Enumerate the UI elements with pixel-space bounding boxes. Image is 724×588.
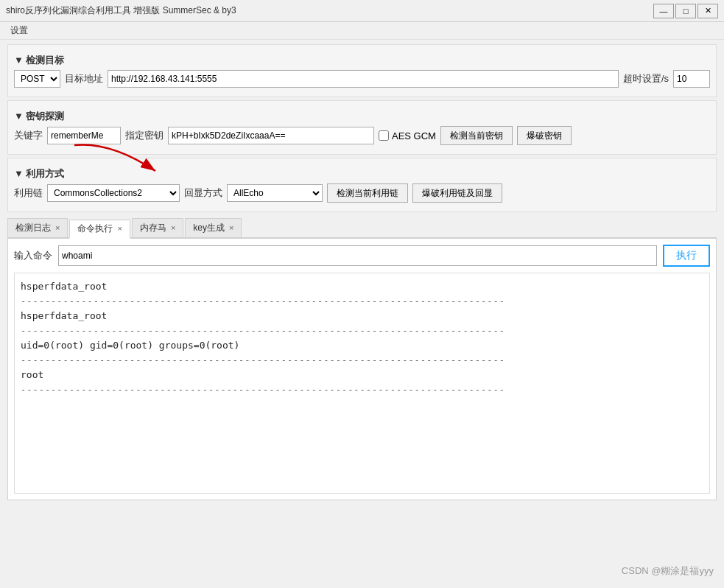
main-content: ▼ 检测目标 POST GET 目标地址 超时设置/s ▼ 密钥探测 关键字 指… — [0, 40, 724, 505]
detection-target-section: ▼ 检测目标 POST GET 目标地址 超时设置/s — [7, 44, 717, 97]
tab-command-exec-close[interactable]: × — [117, 225, 122, 233]
output-divider-1: ----------------------------------------… — [21, 324, 703, 338]
echo-select[interactable]: AllEcho TomcatEcho SpringEcho — [227, 184, 323, 202]
window-controls: — □ ✕ — [653, 4, 718, 18]
chain-select[interactable]: CommonsCollections2 CommonsCollections3 … — [47, 184, 180, 202]
tab-detection-log[interactable]: 检测日志 × — [7, 218, 68, 237]
output-line-2: uid=0(root) gid=0(root) groups=0(root) — [21, 338, 703, 354]
echo-label: 回显方式 — [184, 186, 222, 200]
url-label: 目标地址 — [65, 72, 103, 85]
output-line-1: hsperfdata_root — [21, 309, 703, 324]
exploit-method-header: ▼ 利用方式 — [14, 167, 710, 181]
menu-item-settings[interactable]: 设置 — [4, 23, 34, 38]
key-input[interactable] — [168, 127, 374, 144]
close-button[interactable]: ✕ — [697, 4, 718, 18]
tab-key-gen-close[interactable]: × — [229, 224, 233, 232]
detection-target-row: POST GET 目标地址 超时设置/s — [14, 70, 710, 88]
tab-bar: 检测日志 × 命令执行 × 内存马 × key生成 × — [7, 218, 717, 239]
output-area: hsperfdata_root ------------------------… — [14, 273, 710, 494]
output-line-0: hsperfdata_root — [21, 279, 703, 295]
detection-target-header: ▼ 检测目标 — [14, 54, 710, 67]
timeout-input[interactable] — [673, 70, 710, 88]
command-row: 输入命令 执行 — [14, 245, 710, 267]
minimize-button[interactable]: — — [653, 4, 674, 18]
detect-chain-button[interactable]: 检测当前利用链 — [327, 183, 408, 203]
tab-command-exec-label: 命令执行 — [77, 223, 113, 235]
menu-bar: 设置 — [0, 22, 724, 40]
keyword-label: 关键字 — [14, 129, 43, 142]
tab-memory-horse[interactable]: 内存马 × — [132, 218, 183, 237]
keyword-input[interactable] — [47, 127, 121, 144]
output-divider-2: ----------------------------------------… — [21, 354, 703, 368]
execute-button[interactable]: 执行 — [663, 245, 710, 267]
output-divider-0: ----------------------------------------… — [21, 295, 703, 309]
cmd-input-label: 输入命令 — [14, 249, 52, 262]
aes-gcm-checkbox-wrap[interactable]: AES GCM — [379, 130, 436, 141]
key-detection-title: ▼ 密钥探测 — [14, 110, 64, 123]
aes-gcm-checkbox[interactable] — [379, 130, 389, 141]
tab-memory-horse-label: 内存马 — [140, 222, 166, 234]
detection-target-title: ▼ 检测目标 — [14, 54, 64, 67]
tab-memory-horse-close[interactable]: × — [171, 224, 175, 232]
tab-detection-log-label: 检测日志 — [15, 222, 51, 234]
title-bar: shiro反序列化漏洞综合利用工具 增强版 SummerSec & by3 — … — [0, 0, 724, 22]
timeout-label: 超时设置/s — [623, 72, 669, 85]
tab-key-gen-label: key生成 — [193, 222, 225, 234]
tab-key-gen[interactable]: key生成 × — [185, 218, 242, 237]
tab-command-exec[interactable]: 命令执行 × — [69, 220, 130, 239]
command-input[interactable] — [58, 245, 657, 266]
chain-label: 利用链 — [14, 186, 43, 200]
detect-key-button[interactable]: 检测当前密钥 — [440, 126, 513, 145]
key-detection-section: ▼ 密钥探测 关键字 指定密钥 AES GCM 检测当前密钥 爆破密钥 — [7, 100, 717, 155]
crack-key-button[interactable]: 爆破密钥 — [517, 126, 572, 145]
exploit-method-row: 利用链 CommonsCollections2 CommonsCollectio… — [14, 183, 710, 203]
exploit-method-title: ▼ 利用方式 — [14, 167, 64, 181]
url-input[interactable] — [108, 70, 619, 88]
maximize-button[interactable]: □ — [675, 4, 696, 18]
exploit-method-section: ▼ 利用方式 利用链 CommonsCollections2 CommonsCo… — [7, 158, 717, 212]
watermark-text: CSDN @糊涂是福yyy — [622, 565, 714, 576]
output-divider-3: ----------------------------------------… — [21, 383, 703, 397]
key-detection-row: 关键字 指定密钥 AES GCM 检测当前密钥 爆破密钥 — [14, 126, 710, 145]
output-line-3: root — [21, 368, 703, 383]
aes-gcm-label: AES GCM — [392, 130, 436, 141]
tab-detection-log-close[interactable]: × — [55, 224, 60, 232]
window-title: shiro反序列化漏洞综合利用工具 增强版 SummerSec & by3 — [6, 4, 236, 17]
tab-content-area: 输入命令 执行 hsperfdata_root ----------------… — [7, 239, 717, 500]
crack-chain-button[interactable]: 爆破利用链及回显 — [412, 183, 502, 203]
key-detection-header: ▼ 密钥探测 — [14, 110, 710, 123]
watermark: CSDN @糊涂是福yyy — [622, 564, 714, 578]
http-method-select[interactable]: POST GET — [14, 70, 60, 88]
key-label: 指定密钥 — [125, 129, 164, 142]
